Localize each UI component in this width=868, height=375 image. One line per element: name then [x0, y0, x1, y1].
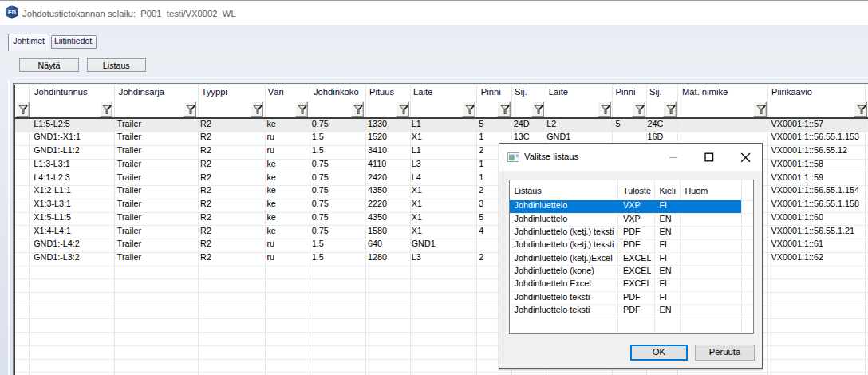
- svg-text:ED: ED: [8, 9, 16, 16]
